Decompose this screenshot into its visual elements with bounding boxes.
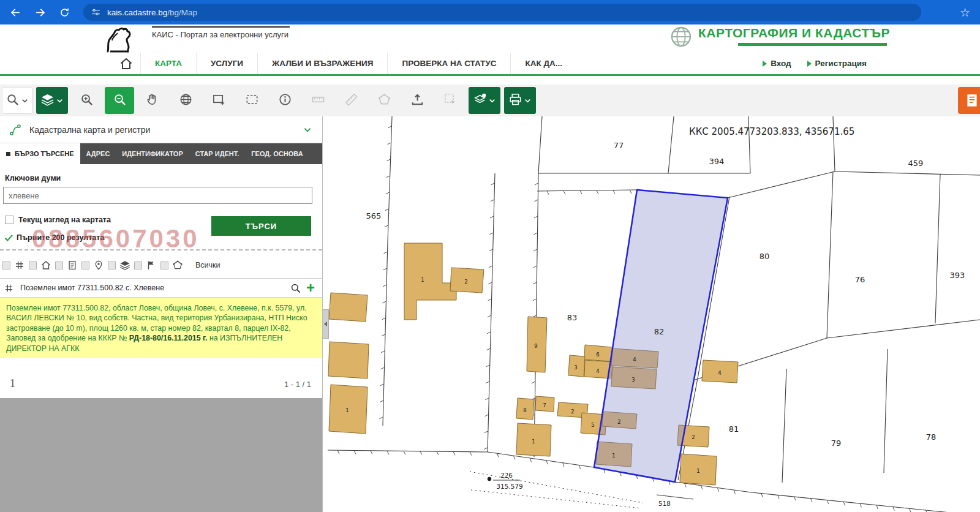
map-label: 4 — [633, 356, 636, 363]
filter-all-label[interactable]: Всички — [195, 261, 221, 269]
filter-checkbox-layers[interactable] — [108, 262, 116, 269]
add-result-icon[interactable]: + — [306, 280, 315, 295]
home-icon[interactable] — [40, 260, 51, 271]
arrow-marker-icon — [763, 61, 767, 67]
map-label: 7 — [543, 402, 546, 408]
search-icon — [6, 92, 20, 109]
login-link[interactable]: Вход — [763, 59, 791, 68]
tool-info-button[interactable] — [270, 87, 300, 114]
back-icon[interactable] — [6, 3, 24, 21]
survey-point — [488, 477, 491, 481]
parcel-boundary — [782, 369, 786, 483]
tool-layers-info-button[interactable] — [469, 87, 500, 114]
tool-ruler-button — [336, 87, 366, 114]
url-path: /bg/Map — [167, 8, 197, 17]
tab-стар-идент-[interactable]: СТАР ИДЕНТ. — [189, 143, 246, 164]
order-number: РД-18-80/16.11.2015 г. — [129, 334, 208, 342]
filter-checkbox-flag[interactable] — [134, 262, 142, 269]
search-panel: Кадастрална карта и регистри БЪРЗО ТЪРСЕ… — [0, 116, 323, 512]
tab-геод-основа[interactable]: ГЕОД. ОСНОВА — [245, 143, 309, 164]
order-prefix: Заповед за одобрение на КККР № — [6, 334, 129, 342]
page-info: 1 - 1 / 1 — [284, 380, 311, 389]
filter-checkbox-polygon[interactable] — [160, 262, 168, 269]
pin-icon[interactable] — [93, 260, 104, 271]
home-icon[interactable] — [112, 56, 140, 71]
register-link[interactable]: Регистрация — [807, 59, 867, 68]
tool-globe-button[interactable] — [171, 87, 200, 114]
nav-item-проверка-на-статус[interactable]: ПРОВЕРКА НА СТАТУС — [387, 53, 510, 74]
result-text: Поземлен имот 77311.500.82, област Ловеч… — [6, 303, 316, 333]
grid-icon[interactable] — [14, 260, 25, 271]
parcel-boundary — [488, 173, 495, 452]
map-label: 4 — [718, 370, 721, 376]
parcel-boundary — [728, 171, 835, 198]
chevron-down-icon[interactable] — [56, 97, 64, 105]
tool-print-button[interactable] — [504, 87, 536, 114]
filter-checkbox-pin[interactable] — [81, 262, 89, 269]
tab-идентификатор[interactable]: ИДЕНТИФИКАТОР — [116, 143, 189, 164]
map-label: 2 — [571, 408, 574, 415]
filter-checkbox-grid[interactable] — [2, 262, 10, 269]
map-label: 459 — [908, 159, 924, 168]
ruler-icon — [344, 92, 358, 109]
tab-quick-search[interactable]: БЪРЗО ТЪРСЕНЕ — [0, 143, 80, 164]
tool-zoom-out-button[interactable] — [105, 87, 134, 114]
tool-rect-plus-button[interactable] — [204, 87, 233, 114]
result-header-row[interactable]: Поземлен имот 77311.500.82 с. Хлевене + — [0, 278, 322, 298]
parcel-boundary — [668, 116, 674, 173]
tool-layers-button[interactable] — [36, 87, 68, 114]
side-panel-button[interactable] — [958, 87, 980, 114]
first200-checkbox[interactable] — [4, 233, 13, 243]
pagination: 1 1 - 1 / 1 — [0, 375, 322, 396]
nav-item-услуги[interactable]: УСЛУГИ — [196, 53, 257, 74]
chevron-down-icon[interactable] — [488, 97, 496, 105]
zoom-to-result-icon[interactable] — [290, 282, 301, 294]
site-settings-icon[interactable] — [91, 7, 101, 18]
building-footprint[interactable] — [328, 342, 369, 378]
page-number[interactable]: 1 — [10, 377, 15, 390]
panel-title: Кадастрална карта и регистри — [29, 125, 150, 135]
map-label: 76 — [855, 275, 865, 284]
rect-plus-icon — [212, 92, 226, 109]
building-footprint[interactable] — [329, 293, 368, 322]
map-label: 5 — [591, 422, 594, 428]
tool-search-button[interactable] — [2, 87, 32, 114]
tool-rect-dash-button[interactable] — [237, 87, 266, 114]
polygon-icon[interactable] — [172, 260, 183, 271]
layers-info-icon — [473, 92, 487, 109]
current-view-checkbox[interactable] — [5, 216, 13, 224]
layers-icon[interactable] — [119, 260, 130, 271]
panel-collapse-handle[interactable] — [323, 309, 329, 339]
layers-icon — [40, 92, 55, 109]
nav-item-как-да-[interactable]: КАК ДА... — [510, 53, 576, 74]
filter-checkbox-home[interactable] — [29, 262, 37, 269]
url-bar[interactable]: kais.cadastre.bg/bg/Map — [83, 4, 921, 21]
panel-header[interactable]: Кадастрална карта и регистри — [0, 116, 322, 143]
tool-zoom-in-button[interactable] — [72, 87, 101, 114]
search-button[interactable]: ТЪРСИ — [211, 216, 311, 236]
tab-адрес[interactable]: АДРЕС — [80, 143, 116, 164]
tool-hand-button[interactable] — [138, 87, 167, 114]
browser-bar: kais.cadastre.bg/bg/Map ☆ — [0, 0, 980, 24]
document-icon[interactable] — [67, 260, 78, 271]
tool-upload-button[interactable] — [402, 87, 432, 114]
forward-icon[interactable] — [31, 3, 49, 21]
bookmark-star-icon[interactable]: ☆ — [960, 6, 970, 20]
chevron-down-icon[interactable] — [524, 97, 532, 105]
map-canvas[interactable]: 1296344348725211211773944595658076393838… — [323, 116, 980, 512]
building-footprint[interactable] — [404, 243, 456, 320]
print-icon — [508, 92, 522, 109]
nav-item-карта[interactable]: КАРТА — [140, 53, 196, 74]
refresh-icon[interactable] — [55, 3, 74, 21]
keywords-input[interactable] — [3, 187, 312, 204]
chevron-down-icon[interactable] — [303, 125, 312, 135]
collapse-arrow-icon — [324, 322, 327, 326]
filter-checkbox-document[interactable] — [55, 262, 63, 269]
cadastral-map[interactable]: 1296344348725211211773944595658076393838… — [323, 116, 980, 512]
flag-icon[interactable] — [146, 260, 157, 271]
portal-title: КАИС - Портал за електронни услуги — [152, 30, 288, 39]
map-label: 8 — [523, 407, 526, 413]
nav-item-жалби-и-възражения[interactable]: ЖАЛБИ И ВЪЗРАЖЕНИЯ — [257, 53, 387, 74]
chevron-down-icon[interactable] — [21, 97, 29, 105]
page-root: kais.cadastre.bg/bg/Map ☆ КАИС - Портал … — [0, 0, 980, 512]
